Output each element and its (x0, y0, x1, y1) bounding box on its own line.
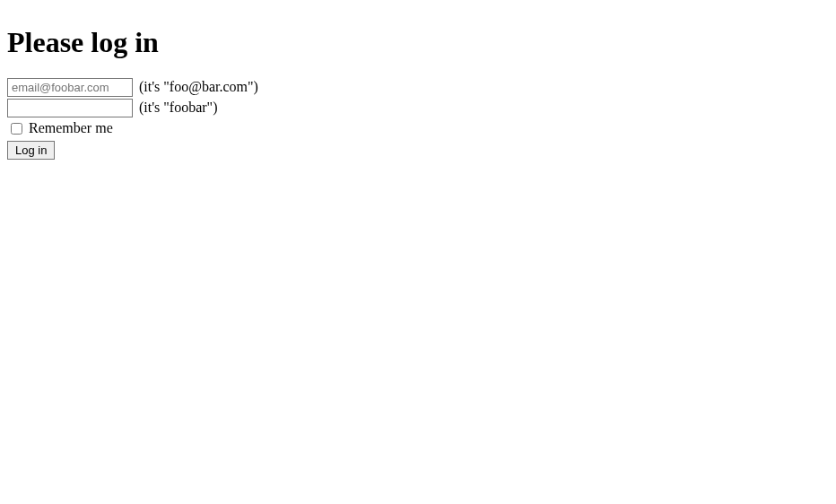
remember-label: Remember me (29, 120, 113, 135)
email-row: (it's "foo@bar.com") (7, 78, 829, 97)
page-title: Please log in (7, 26, 829, 59)
login-form: (it's "foo@bar.com") (it's "foobar") Rem… (7, 78, 829, 160)
email-hint: (it's "foo@bar.com") (139, 79, 258, 94)
password-row: (it's "foobar") (7, 99, 829, 117)
password-field[interactable] (7, 99, 133, 117)
password-hint: (it's "foobar") (139, 100, 217, 115)
login-button[interactable]: Log in (7, 141, 55, 160)
remember-checkbox[interactable] (11, 123, 22, 135)
remember-row: Remember me (7, 119, 829, 137)
submit-row: Log in (7, 139, 829, 160)
email-field[interactable] (7, 78, 133, 97)
